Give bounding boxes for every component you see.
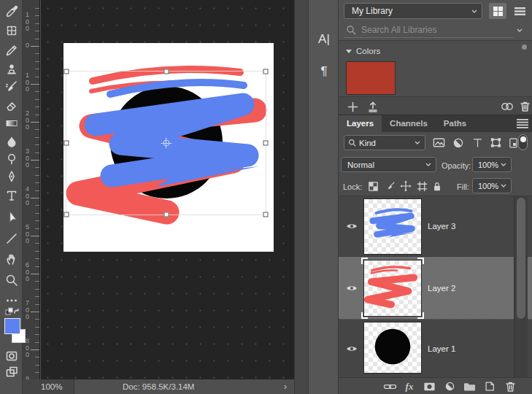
layers-scrollbar[interactable] (514, 196, 528, 377)
eyedropper-tool-icon[interactable] (4, 3, 20, 19)
doc-info-segment[interactable]: Doc: 958.5K/3.14M › (74, 379, 294, 394)
panel-menu-icon[interactable] (517, 118, 528, 128)
transform-handle[interactable] (263, 69, 269, 74)
transform-handle[interactable] (163, 212, 169, 217)
blur-tool-icon[interactable] (4, 134, 20, 150)
status-expand-chevron[interactable]: › (284, 379, 287, 393)
transform-handle[interactable] (64, 141, 69, 146)
lock-artboard-icon[interactable] (415, 179, 428, 193)
layer-row-3[interactable]: Layer 3 (339, 196, 532, 257)
layer-thumbnail-blue-scribble[interactable] (363, 198, 422, 255)
scrollbar-dot[interactable] (522, 45, 527, 50)
new-group-folder-icon[interactable] (462, 379, 477, 393)
ruler-label: 500 (26, 224, 31, 245)
transform-handle[interactable] (163, 69, 169, 74)
history-brush-tool-icon[interactable] (4, 79, 20, 95)
lock-pixels-icon[interactable] (383, 179, 396, 193)
ruler-label: 400 (26, 186, 31, 207)
selection-corner (361, 258, 368, 264)
clone-stamp-tool-icon[interactable] (4, 61, 20, 77)
layer-row-1[interactable]: Layer 1 (339, 320, 532, 377)
filter-toggle-switch[interactable] (518, 134, 528, 150)
layer-thumbnail-black-circle[interactable] (363, 322, 422, 374)
lock-all-icon[interactable] (431, 179, 444, 193)
tools-toolbar (0, 0, 23, 394)
zoom-tool-icon[interactable] (4, 272, 20, 288)
transform-reference-point[interactable] (163, 140, 169, 147)
eraser-tool-icon[interactable] (4, 97, 20, 113)
delete-library-item-icon[interactable] (518, 100, 531, 113)
search-icon (348, 139, 356, 147)
filter-adjustment-layers-icon[interactable] (450, 135, 466, 150)
library-footer (339, 96, 532, 115)
grid-view-button[interactable] (489, 3, 506, 19)
share-library-icon[interactable] (366, 100, 379, 113)
layer-thumbnail-red-scribble[interactable] (363, 260, 422, 317)
transform-handle[interactable] (263, 141, 269, 146)
filter-pixel-layers-icon[interactable] (431, 135, 447, 150)
library-color-swatch[interactable] (346, 61, 396, 95)
add-layer-mask-icon[interactable] (422, 379, 436, 393)
lock-position-icon[interactable] (399, 179, 412, 193)
list-view-button[interactable] (511, 3, 528, 19)
search-placeholder: Search All Libraries (361, 25, 436, 35)
library-search[interactable]: Search All Libraries (339, 22, 532, 39)
photoshop-window: 1000100200300400500600700800900 (0, 0, 532, 394)
new-adjustment-layer-icon[interactable] (442, 379, 457, 393)
layer-name[interactable]: Layer 3 (428, 222, 455, 231)
delete-layer-icon[interactable] (503, 379, 517, 393)
tab-paths[interactable]: Paths (436, 115, 474, 132)
zoom-level[interactable]: 100% (41, 379, 62, 394)
layer-name[interactable]: Layer 2 (428, 284, 455, 293)
library-select[interactable]: My Library (344, 3, 482, 19)
transform-handle[interactable] (263, 212, 269, 217)
filter-type-layers-icon[interactable] (469, 135, 485, 150)
screen-mode-icon[interactable] (4, 364, 20, 380)
ruler-label: 700 (26, 300, 31, 321)
layer-row-2-selected[interactable]: Layer 2 (339, 257, 532, 320)
link-layers-icon[interactable] (382, 379, 397, 393)
canvas-area[interactable] (41, 0, 294, 379)
add-content-icon[interactable] (346, 100, 359, 113)
transform-bounding-box[interactable] (66, 71, 266, 215)
paragraph-panel-icon[interactable]: ¶ (315, 64, 333, 83)
line-tool-icon[interactable] (4, 231, 20, 247)
creative-cloud-icon[interactable] (501, 100, 514, 113)
search-options-chevron[interactable] (517, 28, 523, 32)
visibility-eye-icon[interactable] (344, 343, 359, 355)
new-layer-icon[interactable] (482, 379, 497, 393)
foreground-color-swatch[interactable] (4, 318, 20, 334)
fill-select[interactable]: 100% (472, 178, 512, 193)
type-tool-icon[interactable] (4, 188, 20, 204)
visibility-eye-icon[interactable] (344, 220, 359, 232)
gradient-tool-icon[interactable] (4, 115, 20, 131)
colors-section-header[interactable]: Colors (346, 47, 380, 55)
tab-layers[interactable]: Layers (339, 115, 382, 132)
lock-row: Lock: Fill: 100% (339, 176, 532, 196)
filter-kind-select[interactable]: Kind (344, 135, 425, 150)
visibility-eye-icon[interactable] (344, 282, 359, 294)
scrollbar-thumb[interactable] (517, 198, 525, 319)
transform-handle[interactable] (64, 212, 69, 217)
layer-styles-fx-icon[interactable]: fx (402, 379, 417, 393)
layer-name[interactable]: Layer 1 (428, 344, 455, 353)
layer-filter-row: Kind (339, 132, 532, 153)
pencil-tool-icon[interactable] (4, 42, 20, 58)
character-panel-icon[interactable]: A| (315, 32, 333, 51)
dodge-tool-icon[interactable] (4, 151, 20, 167)
lock-transparency-icon[interactable] (366, 179, 379, 193)
hand-tool-icon[interactable] (4, 251, 20, 267)
quick-mask-icon[interactable] (4, 348, 20, 364)
layers-list: Layer 3 Layer 2 (339, 196, 532, 377)
opacity-select[interactable]: 100% (472, 157, 512, 172)
default-swap-colors-icon[interactable] (4, 306, 20, 317)
filter-shape-layers-icon[interactable] (487, 135, 504, 150)
tab-channels[interactable]: Channels (382, 115, 436, 132)
ruler-label: 0 (26, 42, 31, 50)
blend-mode-value: Normal (347, 161, 374, 169)
path-select-tool-icon[interactable] (4, 209, 20, 225)
pen-tool-icon[interactable] (4, 169, 20, 185)
transform-handle[interactable] (64, 69, 69, 74)
mesh-warp-tool-icon[interactable] (4, 23, 20, 39)
blend-mode-select[interactable]: Normal (341, 157, 436, 172)
